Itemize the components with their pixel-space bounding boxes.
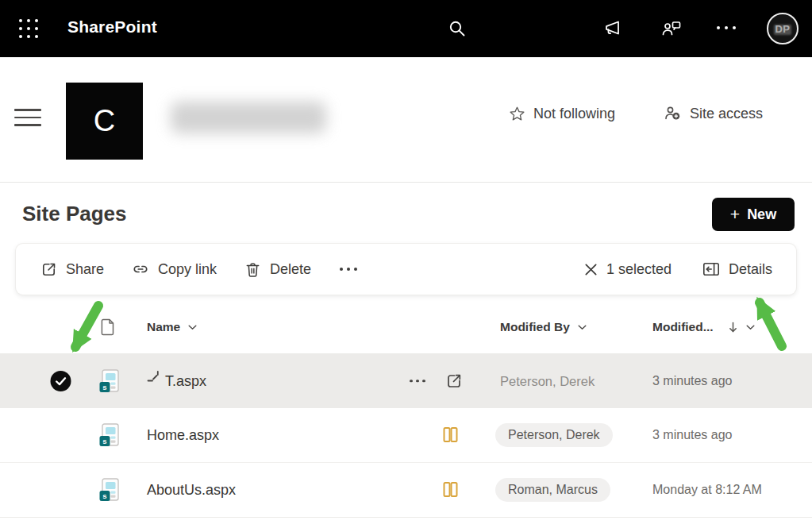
chevron-down-icon [746,325,755,330]
page-title: Site Pages [22,202,127,226]
chevron-down-icon [188,325,197,330]
close-icon [583,262,598,277]
table-row[interactable]: s AboutUs.aspx Roman, Marcus Monday at 8… [0,463,812,518]
page-layout-icon [443,427,458,444]
copy-link-button[interactable]: Copy link [131,260,217,279]
command-bar: Share Copy link Delete [16,244,796,295]
site-logo-letter: C [94,104,115,138]
site-logo[interactable]: C [66,83,143,160]
topbar-overflow-icon[interactable] [717,26,736,29]
share-people-icon[interactable] [660,18,683,39]
search-icon[interactable] [447,18,468,39]
avatar[interactable]: DP [767,13,799,44]
avatar-redaction [774,25,791,35]
share-button[interactable]: Share [40,260,104,279]
row-overflow-icon[interactable] [406,373,429,389]
table-row[interactable]: s T.aspx Peterson, Derek 3 minutes ago [0,353,812,408]
column-header-modified-by-label: Modified By [500,320,570,334]
modified-by-pill[interactable]: Peterson, Derek [495,423,613,447]
column-header-modified[interactable]: Modified... [652,320,755,334]
row-share-icon[interactable] [444,372,464,391]
file-name-label: Home.aspx [147,427,219,444]
file-name-label: T.aspx [165,372,206,389]
details-label: Details [729,261,772,278]
column-header-filetype[interactable] [101,318,115,336]
modified-by[interactable]: Peterson, Derek [500,373,595,388]
details-pane-icon [702,260,721,279]
copy-link-label: Copy link [158,261,217,278]
rename-cursor-icon [147,371,160,385]
megaphone-icon[interactable] [602,18,624,39]
new-button[interactable]: + New [712,198,795,231]
file-name[interactable]: T.aspx [147,372,206,389]
app-title: SharePoint [67,17,157,37]
site-access-label: Site access [690,106,763,122]
header-divider [0,182,812,183]
commandbar-overflow-icon[interactable] [338,263,359,276]
svg-text:s: s [102,437,106,445]
column-header-name[interactable]: Name [147,320,197,334]
sharepoint-page-icon: s [98,478,120,503]
sharepoint-site-pages-screen: SharePoint DP C Not following [0,0,812,528]
star-icon [508,105,526,123]
person-plus-icon [664,104,683,123]
svg-text:s: s [102,491,106,500]
share-icon [40,260,58,279]
column-header-modified-label: Modified... [652,320,714,334]
table-row[interactable]: s Home.aspx Peterson, Derek 3 minutes ag… [0,408,812,463]
hamburger-menu-icon[interactable] [14,109,41,126]
site-access-button[interactable]: Site access [664,103,763,124]
file-name[interactable]: AboutUs.aspx [147,482,236,499]
sharepoint-page-icon: s [98,368,120,393]
sharepoint-page-icon: s [98,423,120,448]
table-header: Name Modified By Modified... [0,308,812,346]
delete-button[interactable]: Delete [244,260,311,279]
modified-date: 3 minutes ago [652,428,733,442]
modified-date: Monday at 8:12 AM [652,483,762,497]
link-icon [131,260,150,279]
file-name[interactable]: Home.aspx [147,427,219,444]
document-icon [101,318,115,336]
site-title-redacted [171,102,326,133]
top-app-bar: SharePoint DP [0,0,812,57]
delete-label: Delete [270,261,311,278]
follow-button[interactable]: Not following [508,103,615,124]
column-header-modified-by[interactable]: Modified By [500,320,587,334]
new-button-label: New [747,206,776,223]
modified-date: 3 minutes ago [652,374,733,388]
selected-count: 1 selected [606,261,672,278]
file-name-label: AboutUs.aspx [147,482,236,499]
column-header-name-label: Name [147,320,180,334]
app-launcher-icon[interactable] [19,19,40,40]
details-button[interactable]: Details [702,260,772,279]
page-layout-icon [443,482,458,499]
modified-by-pill[interactable]: Roman, Marcus [495,478,610,502]
follow-label: Not following [533,106,615,122]
clear-selection-button[interactable]: 1 selected [583,261,672,278]
svg-text:s: s [102,383,106,391]
selected-check-icon[interactable] [50,370,71,391]
plus-icon: + [730,206,740,222]
share-label: Share [66,261,104,278]
trash-icon [244,260,262,279]
chevron-down-icon [578,325,587,330]
sort-descending-icon [728,322,738,333]
